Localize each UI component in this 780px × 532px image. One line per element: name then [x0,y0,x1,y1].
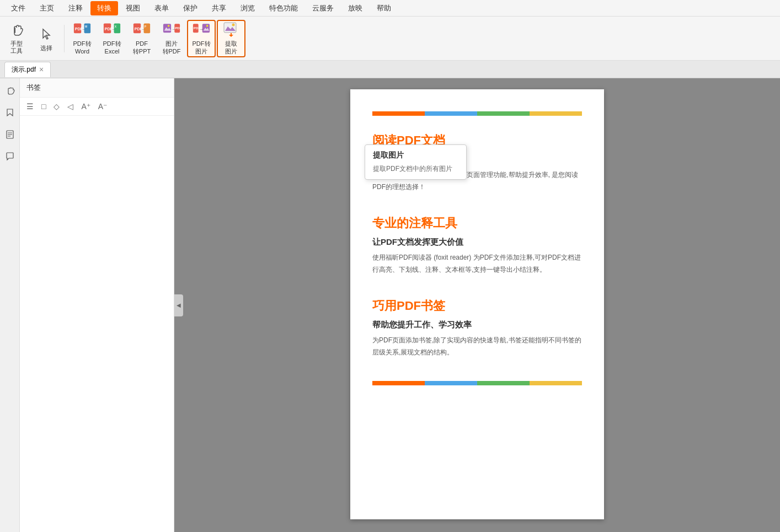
menu-cloud[interactable]: 云服务 [306,1,340,15]
pdf-to-ppt-label: PDF转PPT [133,40,151,55]
select-tool-label: 选择 [40,45,52,52]
color-bar-bot-orange [372,381,425,385]
color-bar-blue [425,111,477,116]
pdf-section-bookmark: 巧用PDF书签 帮助您提升工作、学习效率 为PDF页面添加书签,除了实现内容的快… [372,298,582,358]
pdf-section3-text: 为PDF页面添加书签,除了实现内容的快速导航,书签还能指明不同书签的层级关系,展… [372,335,582,358]
img-to-pdf-icon: → PDF [163,22,180,38]
panel-content [20,116,174,532]
color-bar-bottom [372,381,582,385]
pdf-section3-title: 巧用PDF书签 [372,298,582,314]
menu-home[interactable]: 主页 [33,1,61,15]
color-bar-yellow [530,111,582,116]
select-tool-button[interactable]: 选择 [32,20,61,57]
pdf-to-word-button[interactable]: PDF → W PDF转Word [68,20,97,57]
main-layout: 书签 ☰ □ ◇ ◁ A⁺ A⁻ ◀ 阅读PDF文档 更强大 [0,78,780,532]
color-bar-top [372,111,582,116]
extract-img-icon [222,22,240,38]
bookmark-panel: 书签 ☰ □ ◇ ◁ A⁺ A⁻ [20,78,174,532]
svg-point-18 [168,25,170,27]
panel-header: 书签 [20,78,174,98]
panel-fontup-icon[interactable]: A⁺ [79,101,92,112]
hand-tool-button[interactable]: 手型工具 [2,20,31,57]
panel-add-icon[interactable]: □ [39,101,48,112]
color-bar-green [477,111,530,116]
tooltip-title: 提取图片 [373,151,458,160]
pdf-to-ppt-button[interactable]: PDF → P PDF转PPT [127,20,156,57]
sidebar-comment-icon[interactable] [2,149,18,164]
color-bar-bot-yellow [530,381,582,385]
divider-1 [64,25,65,52]
sidebar-icons [0,78,20,532]
color-bar-orange [372,111,425,116]
pdf-to-word-label: PDF转Word [73,40,92,55]
svg-point-27 [206,25,209,27]
hand-icon [8,22,25,39]
pdf-to-excel-icon: PDF → X [103,22,121,38]
color-bar-bot-green [477,381,530,385]
panel-fontdown-icon[interactable]: A⁻ [96,101,109,112]
menu-view[interactable]: 视图 [119,1,147,15]
sidebar-page-icon[interactable] [2,127,18,142]
sidebar-bookmark-icon[interactable] [2,105,18,120]
panel-list-icon[interactable]: ☰ [24,101,36,112]
menu-annotate[interactable]: 注释 [62,1,89,15]
panel-bookmark1-icon[interactable]: ◇ [51,101,62,112]
menu-slideshow[interactable]: 放映 [341,1,369,15]
collapse-panel-button[interactable]: ◀ [174,294,183,316]
pdf-to-word-icon: PDF → W [73,22,91,38]
img-to-pdf-label: 图片转PDF [163,40,181,55]
svg-marker-32 [229,35,233,37]
svg-text:P: P [145,26,146,29]
pdf-to-excel-button[interactable]: PDF → X PDF转Excel [98,20,126,57]
sidebar-hand-icon[interactable] [2,83,18,98]
pdf-section-annotate: 专业的注释工具 让PDF文档发挥更大价值 使用福昕PDF阅读器 (foxit r… [372,215,582,276]
svg-text:PDF: PDF [175,26,180,30]
menu-protect[interactable]: 保护 [177,1,204,15]
toolbar: 手型工具 选择 PDF → W PDF转Word PDF [0,17,780,61]
tab-bar: 演示.pdf × [0,61,780,78]
extract-img-button[interactable]: 提取图片 [217,20,245,57]
tab-close-button[interactable]: × [39,66,44,73]
menu-browse[interactable]: 浏览 [234,1,261,15]
menu-convert[interactable]: 转换 [90,1,118,15]
menu-file[interactable]: 文件 [4,1,32,15]
pdf-to-img-label: PDF转图片 [193,40,211,55]
menu-special[interactable]: 特色功能 [263,1,304,15]
svg-rect-0 [14,28,15,33]
svg-text:X: X [115,26,116,29]
select-icon [38,25,55,42]
svg-rect-25 [202,24,210,33]
menu-help[interactable]: 帮助 [370,1,398,15]
pdf-section2-text: 使用福昕PDF阅读器 (foxit reader) 为PDF文件添加注释,可对P… [372,252,582,276]
img-to-pdf-button[interactable]: → PDF 图片转PDF [157,20,186,57]
extract-img-tooltip: 提取图片 提取PDF文档中的所有图片 [365,144,467,180]
pdf-section2-subtitle: 让PDF文档发挥更大价值 [372,237,582,248]
menu-form[interactable]: 表单 [148,1,175,15]
pdf-to-img-icon: PDF → [193,22,210,38]
pdf-to-excel-label: PDF转Excel [103,40,121,55]
pdf-section3-subtitle: 帮助您提升工作、学习效率 [372,320,582,330]
tab-demo-pdf[interactable]: 演示.pdf × [4,62,51,77]
tab-filename: 演示.pdf [12,65,36,74]
extract-img-label: 提取图片 [225,40,237,55]
panel-bookmark2-icon[interactable]: ◁ [65,101,76,112]
tooltip-desc: 提取PDF文档中的所有图片 [373,164,458,174]
hand-tool-label: 手型工具 [10,40,23,55]
pdf-section2-title: 专业的注释工具 [372,215,582,232]
content-area: ◀ 阅读PDF文档 更强大、更实用、更高效 拥有出色的文档渲染效果,强大的页面管… [174,78,780,532]
color-bar-bot-blue [425,381,477,385]
svg-point-30 [232,24,235,26]
pdf-to-img-button[interactable]: PDF → PDF转图片 [187,20,216,57]
panel-toolbar: ☰ □ ◇ ◁ A⁺ A⁻ [20,98,174,116]
pdf-to-ppt-icon: PDF → P [133,22,151,38]
menu-share[interactable]: 共享 [205,1,233,15]
menu-bar: 文件 主页 注释 转换 视图 表单 保护 共享 浏览 特色功能 云服务 放映 帮… [0,0,780,17]
